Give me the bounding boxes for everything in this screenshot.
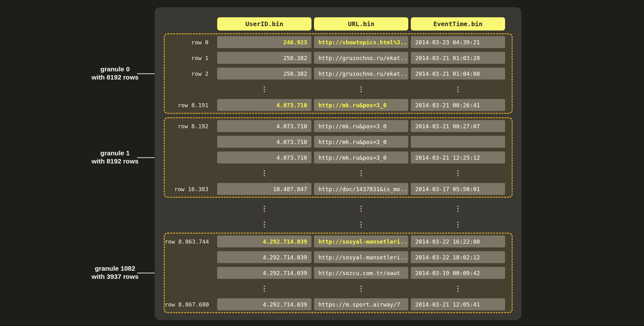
cell-url: http://mk.ru&pos=3_0 [314, 152, 408, 163]
cell-userid: 4.292.714.039 [217, 298, 311, 310]
granule-label-line1: granule 0 [74, 65, 156, 73]
column-header-eventtime-bin: EventTime.bin [411, 17, 505, 30]
granule-label-line2: with 8192 rows [74, 73, 156, 81]
vertical-ellipsis-icon: ⋮ [411, 86, 505, 93]
cell-url: https://m.sport.airway/? [314, 298, 408, 310]
vertical-ellipsis-icon: ⋮ [217, 285, 311, 292]
cell-url: http://mk.ru&pos=3_0 [314, 120, 408, 132]
cell-eventtime: 2014-03-19 00:09:42 [411, 267, 505, 279]
vertical-ellipsis-icon: ⋮ [411, 221, 505, 228]
vertical-ellipsis-icon: ⋮ [314, 285, 408, 292]
vertical-ellipsis-icon: ⋮ [217, 170, 311, 177]
row-label: row 0 [165, 39, 215, 46]
table-row: row 8.863.7444.292.714.039http://sosyal-… [165, 234, 512, 249]
ellipsis-row-granule-1-3: ⋮⋮⋮ [165, 165, 512, 181]
row-label: row 1 [165, 55, 215, 61]
cell-userid: 4.073.710 [217, 120, 311, 132]
table-row: row 2258.382http://gruzochno.ru/ekat...2… [165, 66, 512, 81]
vertical-ellipsis-icon: ⋮ [217, 221, 311, 228]
cell-userid: 4.073.710 [217, 136, 311, 148]
cell-userid: 258.382 [217, 68, 311, 80]
cell-url: http://gruzochno.ru/ekat... [314, 52, 408, 64]
cell-url: http://mk.ru&pos=3_0 [314, 99, 408, 111]
vertical-ellipsis-icon: ⋮ [314, 170, 408, 177]
cell-eventtime: 2014-03-22 18:02:12 [411, 251, 505, 263]
column-header-url-bin: URL.bin [314, 17, 408, 30]
cell-userid: 4.292.714.039 [217, 235, 311, 247]
table-row: 4.292.714.039http://sozcu.com.tr/oaut201… [165, 265, 512, 281]
cell-userid: 258.382 [217, 52, 311, 64]
cell-url: http://sozcu.com.tr/oaut [314, 267, 408, 279]
ellipsis-row-granule-0-3: ⋮⋮⋮ [165, 81, 512, 97]
column-header-userid-bin: UserID.bin [217, 17, 311, 30]
row-label: row 16.383 [165, 186, 215, 192]
table-row: 4.292.714.039http://sosyal-mansetleri...… [165, 249, 512, 265]
ellipsis-row-gap-0: ⋮⋮⋮ [164, 201, 513, 217]
row-label: row 8.192 [165, 123, 215, 130]
granule-0-box: row 0240.923http://showtopics.html%3...2… [164, 33, 513, 114]
granule-stack: row 0240.923http://showtopics.html%3...2… [155, 33, 513, 313]
cell-eventtime: 2014-03-23 04:39:21 [411, 36, 505, 48]
cell-eventtime: 2014-03-22 16:22:00 [411, 235, 505, 247]
table-row: row 8.1914.073.710http://mk.ru&pos=3_020… [165, 97, 512, 113]
granule-label-line2: with 3937 rows [74, 273, 156, 281]
row-label: row 2 [165, 70, 215, 77]
cell-userid: 4.292.714.039 [217, 251, 311, 263]
vertical-ellipsis-icon: ⋮ [411, 285, 505, 292]
vertical-ellipsis-icon: ⋮ [314, 205, 408, 212]
cell-url: http://showtopics.html%3... [314, 36, 408, 48]
vertical-ellipsis-icon: ⋮ [411, 205, 505, 212]
column-headers-row: UserID.bin URL.bin EventTime.bin [164, 17, 521, 30]
table-row: row 0240.923http://showtopics.html%3...2… [165, 34, 512, 50]
vertical-ellipsis-icon: ⋮ [314, 221, 408, 228]
cell-eventtime: 2014-03-21 00:26:41 [411, 99, 505, 111]
table-row: row 1258.382http://gruzochno.ru/ekat...2… [165, 50, 512, 66]
ellipsis-row-granule-1082-3: ⋮⋮⋮ [165, 281, 512, 296]
cell-eventtime: 2014-03-17 05:50:01 [411, 183, 505, 195]
cell-eventtime: 2014-03-21 01:03:28 [411, 52, 505, 64]
table-row: row 8.867.6804.292.714.039https://m.spor… [165, 296, 512, 312]
cell-userid: 10.487.847 [217, 183, 311, 195]
row-label: row 8.863.744 [165, 238, 215, 245]
granule-label-line1: granule 1 [74, 149, 156, 157]
column-files-panel: UserID.bin URL.bin EventTime.bin row 024… [155, 7, 521, 320]
cell-url: http://mk.ru&pos=3_0 [314, 136, 408, 148]
ellipsis-row-gap-1: ⋮⋮⋮ [164, 217, 513, 232]
cell-eventtime [411, 136, 505, 148]
cell-userid: 4.073.710 [217, 152, 311, 163]
cell-userid: 4.073.710 [217, 99, 311, 111]
diagram-stage: granule 0with 8192 rowsgranule 1with 819… [0, 0, 644, 326]
granule-label-line1: granule 1082 [74, 264, 156, 273]
granule-1082-box: row 8.863.7444.292.714.039http://sosyal-… [164, 233, 513, 313]
between-granules-ellipsis: ⋮⋮⋮⋮⋮⋮ [164, 201, 513, 232]
vertical-ellipsis-icon: ⋮ [217, 205, 311, 212]
vertical-ellipsis-icon: ⋮ [314, 86, 408, 93]
cell-url: http://sosyal-mansetleri... [314, 251, 408, 263]
cell-url: http://doc/1437831&is_mo... [314, 183, 408, 195]
table-row: row 8.1924.073.710http://mk.ru&pos=3_020… [165, 118, 512, 134]
cell-userid: 240.923 [217, 36, 311, 48]
row-label: row 8.191 [165, 102, 215, 108]
granule-label-line2: with 8192 rows [74, 157, 156, 165]
vertical-ellipsis-icon: ⋮ [411, 170, 505, 177]
cell-eventtime: 2014-03-21 12:05:41 [411, 298, 505, 310]
cell-eventtime: 2014-03-21 12:25:12 [411, 152, 505, 163]
vertical-ellipsis-icon: ⋮ [217, 86, 311, 93]
table-row: 4.073.710http://mk.ru&pos=3_02014-03-21 … [165, 150, 512, 165]
row-label: row 8.867.680 [165, 301, 215, 308]
table-row: row 16.38310.487.847http://doc/1437831&i… [165, 181, 512, 197]
granule-1-box: row 8.1924.073.710http://mk.ru&pos=3_020… [164, 117, 513, 198]
cell-userid: 4.292.714.039 [217, 267, 311, 279]
cell-eventtime: 2014-03-21 00:27:07 [411, 120, 505, 132]
table-row: 4.073.710http://mk.ru&pos=3_0 [165, 134, 512, 150]
cell-url: http://gruzochno.ru/ekat... [314, 68, 408, 80]
cell-eventtime: 2014-03-21 01:04:08 [411, 68, 505, 80]
cell-url: http://sosyal-mansetleri... [314, 235, 408, 247]
